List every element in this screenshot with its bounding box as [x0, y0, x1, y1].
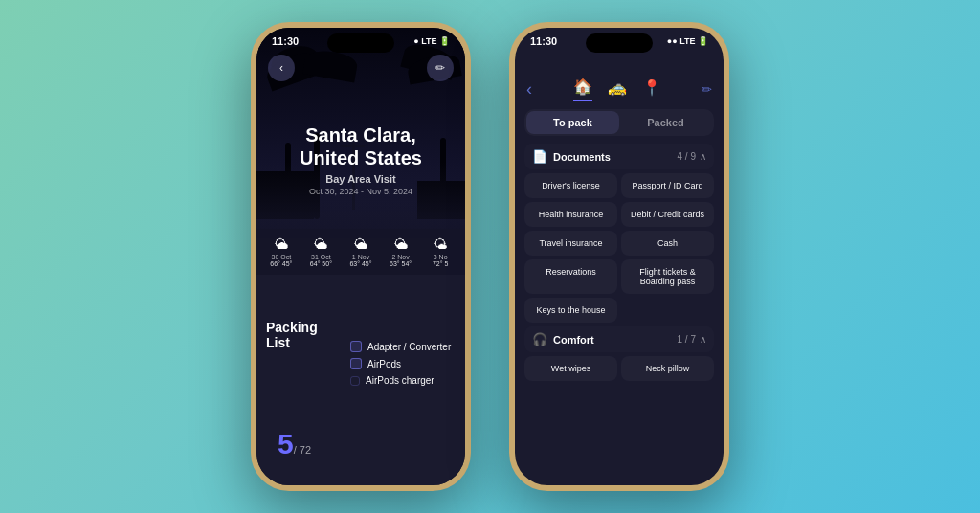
comfort-item-neck-pillow[interactable]: Neck pillow	[621, 356, 714, 381]
trip-dates: Oct 30, 2024 - Nov 5, 2024	[266, 187, 456, 196]
comfort-title: 🎧 Comfort	[532, 332, 594, 346]
weather-section: 🌥 30 Oct 66° 45° 🌥 31 Oct 64° 50° 🌥 1 No…	[256, 229, 465, 275]
comfort-icon: 🎧	[532, 332, 547, 346]
country-name: United States	[266, 146, 456, 169]
edit-button-1[interactable]: ✏	[427, 55, 454, 81]
doc-item-cash[interactable]: Cash	[621, 231, 714, 256]
doc-item-health-insurance[interactable]: Health insurance	[524, 202, 617, 227]
comfort-grid: Wet wipes Neck pillow	[524, 356, 714, 381]
comfort-header: 🎧 Comfort 1 / 7 ∧	[524, 326, 714, 352]
dynamic-island	[327, 33, 394, 53]
documents-section: 📄 Documents 4 / 9 ∧ Driver's license Pas…	[524, 144, 714, 323]
checkbox-adapter[interactable]	[350, 341, 362, 352]
weather-day-3: 🌥 1 Nov 63° 45°	[342, 236, 380, 267]
doc-item-keys[interactable]: Keys to the house	[524, 298, 617, 323]
status-time-1: 11:30	[272, 35, 299, 47]
hero-section: Santa Clara, United States Bay Area Visi…	[256, 123, 465, 196]
packing-title: Packing List	[266, 320, 343, 350]
documents-grid: Driver's license Passport / ID Card Heal…	[524, 173, 714, 323]
comfort-count: 1 / 7 ∧	[678, 334, 706, 345]
pack-tabs: To pack Packed	[524, 109, 714, 136]
weather-day-2: 🌥 31 Oct 64° 50°	[302, 236, 341, 267]
doc-item-drivers-license[interactable]: Driver's license	[524, 173, 617, 198]
packing-count: 5/ 72	[278, 428, 311, 460]
chevron-up-icon[interactable]: ∧	[700, 151, 706, 162]
doc-item-travel-insurance[interactable]: Travel insurance	[524, 231, 617, 256]
packing-total: / 72	[294, 444, 311, 456]
packing-number: 5	[278, 428, 294, 459]
tab-to-pack[interactable]: To pack	[526, 111, 619, 134]
weather-day-1: 🌥 30 Oct 66° 45°	[262, 236, 301, 267]
documents-title: 📄 Documents	[532, 149, 611, 164]
tab-packed[interactable]: Packed	[619, 111, 712, 134]
weather-day-4: 🌥 2 Nov 63° 54°	[382, 236, 420, 267]
city-name: Santa Clara,	[266, 123, 456, 146]
checkbox-airpods[interactable]	[350, 358, 362, 369]
documents-count: 4 / 9 ∧	[678, 151, 706, 162]
status-time-2: 11:30	[530, 35, 557, 47]
back-button-1[interactable]: ‹	[268, 55, 295, 81]
phone-1: 11:30 ● LTE 🔋 ‹ ✏ Santa Clara, United St…	[251, 22, 471, 491]
status-icons-2: ●● LTE 🔋	[667, 36, 708, 46]
edit-button-2[interactable]: ✏	[702, 82, 712, 97]
nav-home-icon[interactable]: 🏠	[573, 78, 592, 101]
doc-item-reservations[interactable]: Reservations	[524, 259, 617, 294]
documents-icon: 📄	[532, 149, 547, 164]
doc-item-debit-cards[interactable]: Debit / Credit cards	[621, 202, 714, 227]
list-item[interactable]: AirPods charger	[350, 375, 456, 386]
comfort-item-wet-wipes[interactable]: Wet wipes	[524, 356, 617, 381]
item-label-airpods: AirPods	[368, 359, 401, 369]
comfort-chevron-icon[interactable]: ∧	[700, 334, 706, 345]
dynamic-island-2	[586, 33, 653, 53]
list-item[interactable]: AirPods	[350, 358, 456, 369]
phone2-nav: ‹ 🏠 🚕 📍 ✏	[515, 51, 724, 101]
documents-header: 📄 Documents 4 / 9 ∧	[524, 144, 714, 169]
nav-taxi-icon[interactable]: 🚕	[608, 78, 627, 100]
weather-day-5: 🌤 3 No 72° 5	[421, 236, 459, 267]
packing-section: Packing List 5/ 72 Adapter / Converter A…	[256, 310, 465, 485]
trip-name: Bay Area Visit	[266, 173, 456, 185]
list-item[interactable]: Adapter / Converter	[350, 341, 456, 352]
phone-2: 11:30 ●● LTE 🔋 ‹ 🏠 🚕 📍 ✏ To pack Packed …	[509, 22, 729, 491]
comfort-section: 🎧 Comfort 1 / 7 ∧ Wet wipes Neck pillow	[524, 326, 714, 381]
doc-item-flight-tickets[interactable]: Flight tickets &Boarding pass	[621, 259, 714, 294]
doc-item-passport[interactable]: Passport / ID Card	[621, 173, 714, 198]
item-label-adapter: Adapter / Converter	[368, 342, 451, 352]
nav-pin-icon[interactable]: 📍	[642, 78, 661, 100]
status-icons-1: ● LTE 🔋	[413, 36, 450, 46]
item-label-charger: AirPods charger	[366, 375, 434, 386]
packing-list: Adapter / Converter AirPods AirPods char…	[350, 341, 456, 476]
checkbox-charger[interactable]	[350, 376, 360, 386]
